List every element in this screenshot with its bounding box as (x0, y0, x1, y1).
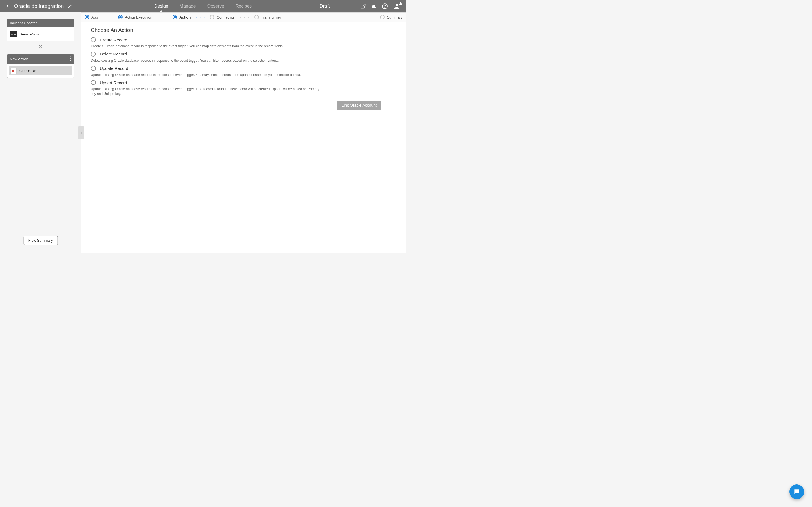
back-arrow-icon[interactable] (6, 3, 11, 9)
collapse-sidebar-button[interactable] (78, 126, 84, 139)
svg-point-2 (396, 4, 398, 6)
section-title: Choose An Action (91, 27, 396, 33)
action-desc: Create a Oracle database record in respo… (91, 44, 322, 49)
step-circle-icon (85, 15, 89, 19)
trigger-card-title: Incident Updated (10, 21, 38, 25)
action-option-upsert[interactable]: Upsert Record Update existing Oracle dat… (91, 80, 396, 96)
oracle-icon (10, 68, 17, 74)
step-circle-icon (254, 15, 259, 19)
svg-point-3 (70, 56, 71, 57)
tab-manage[interactable]: Manage (180, 0, 196, 12)
step-circle-icon (210, 15, 214, 19)
radio-icon[interactable] (91, 37, 96, 42)
edit-icon[interactable] (68, 4, 72, 8)
top-bar: Oracle db integration Design Manage Obse… (0, 0, 406, 12)
sidebar: Incident Updated now ServiceNow New Acti… (0, 12, 81, 253)
step-label: App (91, 15, 98, 19)
step-app[interactable]: App (85, 15, 98, 19)
action-title: Upsert Record (100, 80, 127, 85)
trigger-card-header: Incident Updated (7, 19, 74, 27)
top-tabs: Design Manage Observe Recipes (154, 0, 252, 12)
action-card-header: New Action (7, 54, 74, 64)
step-circle-icon (118, 15, 123, 19)
radio-icon[interactable] (91, 52, 96, 57)
tab-observe[interactable]: Observe (207, 0, 224, 12)
step-connector (157, 17, 167, 17)
step-summary[interactable]: Summary (380, 15, 403, 19)
servicenow-icon: now (10, 31, 17, 37)
step-label: Summary (387, 15, 403, 19)
trigger-card[interactable]: Incident Updated now ServiceNow (7, 18, 74, 41)
warning-badge-icon (399, 2, 403, 5)
step-label: Connection (216, 15, 235, 19)
action-card-title: New Action (10, 57, 28, 61)
step-label: Action Execution (125, 15, 152, 19)
stepper: App Action Execution Action Connection T… (81, 12, 406, 22)
open-external-icon[interactable] (360, 3, 366, 9)
step-circle-icon (172, 15, 177, 19)
radio-icon[interactable] (91, 80, 96, 85)
trigger-app-row[interactable]: now ServiceNow (9, 29, 72, 39)
svg-point-4 (70, 58, 71, 59)
card-menu-icon[interactable] (69, 56, 71, 62)
tab-design[interactable]: Design (154, 0, 168, 12)
action-title: Update Record (100, 66, 128, 71)
action-option-create[interactable]: Create Record Create a Oracle database r… (91, 37, 396, 49)
action-desc: Delete existing Oracle database records … (91, 58, 322, 63)
help-icon[interactable] (382, 3, 388, 9)
user-avatar-icon[interactable] (393, 3, 400, 10)
action-title: Create Record (100, 38, 128, 42)
svg-point-5 (70, 60, 71, 61)
step-connector-dots (196, 17, 205, 18)
action-desc: Update existing Oracle database records … (91, 87, 322, 96)
trigger-app-label: ServiceNow (19, 32, 39, 36)
action-title: Delete Record (100, 52, 127, 56)
step-action[interactable]: Action (172, 15, 191, 19)
action-option-update[interactable]: Update Record Update existing Oracle dat… (91, 66, 396, 77)
action-desc: Update existing Oracle database records … (91, 73, 322, 77)
step-label: Transformer (261, 15, 281, 19)
action-option-delete[interactable]: Delete Record Delete existing Oracle dat… (91, 52, 396, 63)
svg-point-1 (385, 7, 385, 8)
step-label: Action (179, 15, 191, 19)
action-app-row[interactable]: Oracle DB (9, 66, 72, 75)
step-action-execution[interactable]: Action Execution (118, 15, 152, 19)
radio-icon[interactable] (91, 66, 96, 71)
page-title: Oracle db integration (14, 3, 64, 9)
action-app-label: Oracle DB (19, 69, 36, 73)
link-oracle-account-button[interactable]: Link Oracle Account (337, 101, 381, 110)
step-transformer[interactable]: Transformer (254, 15, 281, 19)
tab-recipes[interactable]: Recipes (236, 0, 252, 12)
status-label: Draft (319, 3, 330, 9)
content-area: App Action Execution Action Connection T… (81, 12, 406, 253)
step-connection[interactable]: Connection (210, 15, 235, 19)
step-connector (103, 17, 113, 17)
bell-icon[interactable] (371, 3, 377, 9)
action-card[interactable]: New Action Oracle DB (7, 54, 74, 78)
step-connector-dots (240, 17, 249, 18)
step-circle-icon (380, 15, 385, 19)
flow-arrow-icon (7, 41, 74, 54)
flow-summary-button[interactable]: Flow Summary (24, 236, 58, 245)
